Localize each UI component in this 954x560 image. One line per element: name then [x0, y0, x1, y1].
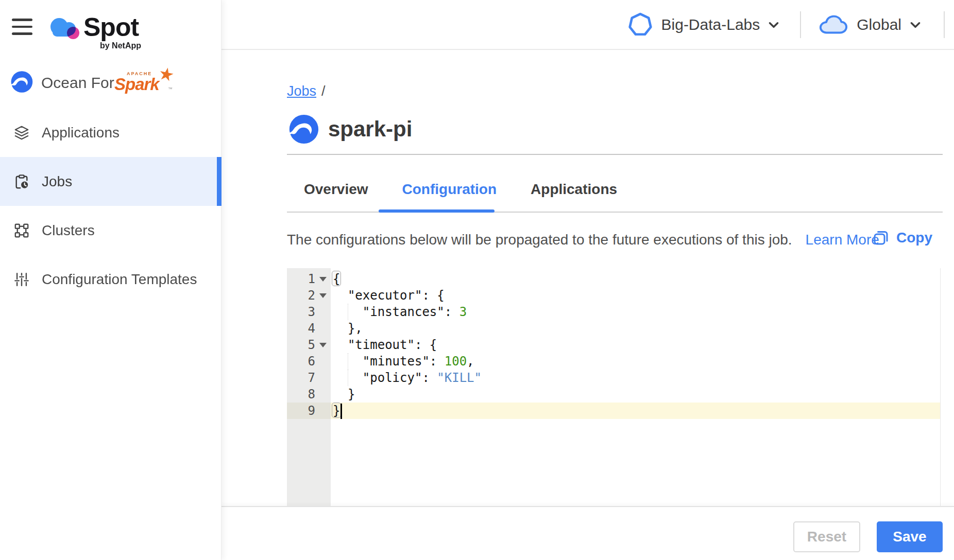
tab-configuration[interactable]: Configuration	[385, 177, 514, 210]
tab-overview[interactable]: Overview	[287, 177, 385, 210]
sidebar-item-configuration-templates[interactable]: Configuration Templates	[0, 255, 222, 304]
line-number: 1	[287, 272, 315, 286]
line-number: 8	[287, 387, 315, 401]
hamburger-menu-icon[interactable]	[12, 19, 32, 36]
gutter-line: 6	[287, 353, 331, 370]
gutter-line: 9	[287, 402, 331, 419]
save-button-label: Save	[893, 529, 926, 545]
header-separator	[800, 11, 801, 38]
code-token: "timeout": {	[333, 338, 437, 352]
copy-button-label: Copy	[896, 230, 932, 246]
code-token: 100	[445, 354, 467, 369]
header-account-area: Big-Data-Labs Global	[627, 0, 954, 49]
code-token: }	[333, 387, 355, 401]
page-title: spark-pi	[328, 117, 412, 142]
code-line[interactable]: }	[331, 402, 940, 419]
gutter-line: 2	[287, 287, 331, 304]
code-line[interactable]: },	[331, 320, 940, 337]
scope-name: Global	[857, 16, 901, 33]
code-line[interactable]: "policy": "KILL"	[331, 370, 940, 386]
code-line[interactable]: {	[331, 271, 940, 287]
code-token: ,	[467, 354, 474, 369]
breadcrumb-separator: /	[321, 83, 326, 99]
matched-bracket: }	[332, 402, 341, 418]
copy-button[interactable]: Copy	[873, 230, 932, 246]
sidebar-item-jobs[interactable]: Jobs	[0, 157, 222, 206]
gutter-line: 4	[287, 320, 331, 337]
code-line[interactable]: }	[331, 386, 940, 402]
code-token: "policy":	[333, 371, 437, 385]
cluster-nodes-icon	[14, 223, 29, 238]
tab-applications[interactable]: Applications	[514, 177, 634, 210]
page-title-row: spark-pi	[287, 113, 412, 145]
sidebar-item-label: Configuration Templates	[42, 271, 197, 288]
sidebar: Spot by NetApp Ocean For APACHE Spark ★ …	[0, 0, 222, 560]
json-config-editor[interactable]: 123456789 { "executor": { "instances": 3…	[287, 268, 941, 506]
chevron-down-icon	[767, 18, 780, 31]
indent-guide	[348, 353, 348, 370]
breadcrumb-jobs-link[interactable]: Jobs	[287, 83, 316, 99]
sidebar-item-label: Clusters	[42, 222, 95, 239]
scope-selector[interactable]: Global	[819, 13, 922, 37]
apache-spark-logo: APACHE Spark ★ ™	[114, 66, 176, 97]
sidebar-nav: Applications Jobs Clusters	[0, 108, 222, 304]
sidebar-item-applications[interactable]: Applications	[0, 108, 222, 157]
code-token: "executor": {	[333, 288, 445, 303]
code-line[interactable]: "executor": {	[331, 287, 940, 304]
gutter-line: 7	[287, 370, 331, 386]
gutter-line: 3	[287, 304, 331, 320]
tab-bar: Overview Configuration Applications	[287, 177, 634, 210]
code-line[interactable]: "timeout": {	[331, 337, 940, 353]
copy-icon	[873, 230, 889, 246]
gutter-line: 1	[287, 271, 331, 287]
indent-guide	[348, 370, 348, 386]
config-description: The configurations below will be propaga…	[287, 232, 792, 248]
heptagon-icon	[627, 12, 653, 38]
code-token: "KILL"	[437, 371, 482, 385]
spark-label: Spark	[114, 75, 159, 94]
layers-icon	[14, 125, 29, 141]
indent-guide	[348, 304, 348, 320]
code-token: 3	[459, 305, 467, 319]
org-selector[interactable]: Big-Data-Labs	[627, 12, 781, 38]
learn-more-link[interactable]: Learn More	[806, 232, 879, 248]
sidebar-item-clusters[interactable]: Clusters	[0, 206, 222, 255]
content-bottom-divider	[222, 506, 954, 507]
breadcrumb: Jobs/	[287, 83, 326, 99]
spot-logo-text: Spot	[83, 12, 139, 42]
line-number: 7	[287, 371, 315, 385]
header-separator	[944, 11, 945, 38]
code-line[interactable]: "instances": 3	[331, 304, 940, 320]
reset-button[interactable]: Reset	[793, 521, 860, 552]
line-number: 3	[287, 305, 315, 319]
spot-logo-cloud-icon	[47, 13, 81, 42]
cloud-icon	[819, 13, 848, 37]
ocean-wave-icon	[287, 113, 319, 145]
editor-code[interactable]: { "executor": { "instances": 3 }, "timeo…	[331, 268, 940, 506]
code-token: },	[333, 321, 363, 336]
code-line[interactable]: "minutes": 100,	[331, 353, 940, 370]
trademark: ™	[168, 86, 173, 92]
sliders-icon	[14, 272, 29, 287]
fold-arrow-icon[interactable]	[315, 277, 328, 282]
line-number: 2	[287, 288, 315, 303]
matched-bracket: {	[332, 271, 341, 286]
fold-arrow-icon[interactable]	[315, 293, 328, 298]
sidebar-item-label: Applications	[42, 125, 120, 141]
editor-gutter: 123456789	[287, 268, 331, 506]
text-cursor	[340, 404, 342, 419]
config-description-row: The configurations below will be propaga…	[287, 232, 943, 248]
line-number: 9	[287, 404, 315, 418]
chevron-down-icon	[909, 18, 922, 31]
code-token: "minutes":	[333, 354, 445, 369]
active-tab-indicator	[379, 209, 495, 213]
title-divider	[287, 154, 943, 155]
fold-arrow-icon[interactable]	[315, 343, 328, 347]
line-number: 4	[287, 321, 315, 336]
spark-star-icon: ★	[157, 62, 176, 85]
line-number: 6	[287, 354, 315, 369]
save-button[interactable]: Save	[877, 521, 943, 552]
reset-button-label: Reset	[807, 529, 846, 545]
gutter-line: 8	[287, 386, 331, 402]
sidebar-item-label: Jobs	[42, 173, 72, 190]
